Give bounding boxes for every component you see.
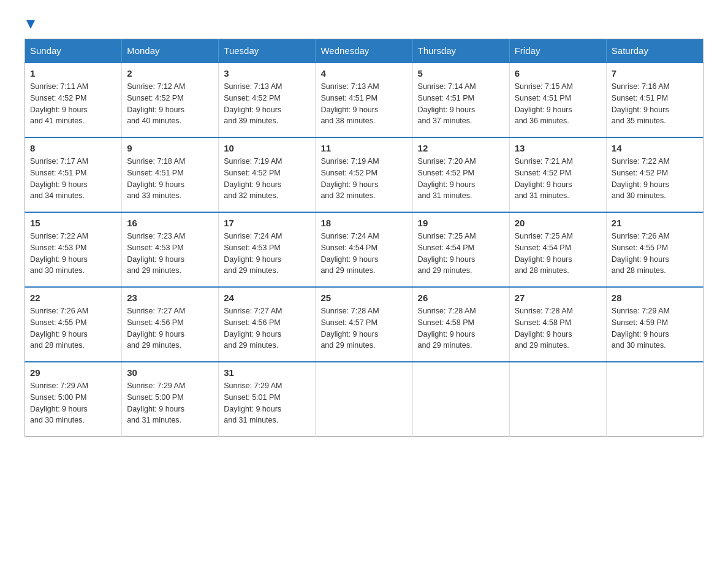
calendar-table: SundayMondayTuesdayWednesdayThursdayFrid… xyxy=(25,39,703,437)
day-number: 7 xyxy=(612,68,698,79)
calendar-header-row: SundayMondayTuesdayWednesdayThursdayFrid… xyxy=(25,39,703,63)
day-number: 18 xyxy=(320,218,407,228)
calendar-day-cell xyxy=(412,362,509,437)
day-number: 28 xyxy=(612,293,698,303)
day-number: 30 xyxy=(127,367,213,378)
day-number: 22 xyxy=(30,293,116,303)
day-info: Sunrise: 7:26 AM Sunset: 4:55 PM Dayligh… xyxy=(30,305,116,351)
day-info: Sunrise: 7:28 AM Sunset: 4:58 PM Dayligh… xyxy=(515,305,601,351)
day-info: Sunrise: 7:27 AM Sunset: 4:56 PM Dayligh… xyxy=(224,305,310,351)
calendar-day-cell: 14 Sunrise: 7:22 AM Sunset: 4:52 PM Dayl… xyxy=(606,137,703,212)
day-info: Sunrise: 7:17 AM Sunset: 4:51 PM Dayligh… xyxy=(30,156,116,202)
calendar-day-cell: 5 Sunrise: 7:14 AM Sunset: 4:51 PM Dayli… xyxy=(412,63,509,137)
day-info: Sunrise: 7:28 AM Sunset: 4:57 PM Dayligh… xyxy=(320,305,407,351)
calendar-day-cell: 4 Sunrise: 7:13 AM Sunset: 4:51 PM Dayli… xyxy=(316,63,412,137)
calendar-day-cell: 17 Sunrise: 7:24 AM Sunset: 4:53 PM Dayl… xyxy=(219,212,316,287)
day-info: Sunrise: 7:15 AM Sunset: 4:51 PM Dayligh… xyxy=(515,81,601,127)
calendar-day-cell: 29 Sunrise: 7:29 AM Sunset: 5:00 PM Dayl… xyxy=(25,362,122,437)
calendar-day-cell: 20 Sunrise: 7:25 AM Sunset: 4:54 PM Dayl… xyxy=(509,212,606,287)
weekday-header-thursday: Thursday xyxy=(412,39,509,63)
logo xyxy=(25,18,35,26)
day-number: 17 xyxy=(224,218,310,228)
day-number: 3 xyxy=(224,68,310,79)
calendar-day-cell: 2 Sunrise: 7:12 AM Sunset: 4:52 PM Dayli… xyxy=(122,63,219,137)
day-info: Sunrise: 7:12 AM Sunset: 4:52 PM Dayligh… xyxy=(127,81,213,127)
calendar-day-cell: 10 Sunrise: 7:19 AM Sunset: 4:52 PM Dayl… xyxy=(219,137,316,212)
day-info: Sunrise: 7:25 AM Sunset: 4:54 PM Dayligh… xyxy=(418,231,504,277)
day-info: Sunrise: 7:14 AM Sunset: 4:51 PM Dayligh… xyxy=(418,81,504,127)
weekday-header-tuesday: Tuesday xyxy=(219,39,316,63)
calendar-day-cell: 31 Sunrise: 7:29 AM Sunset: 5:01 PM Dayl… xyxy=(219,362,316,437)
calendar-day-cell: 7 Sunrise: 7:16 AM Sunset: 4:51 PM Dayli… xyxy=(606,63,703,137)
day-info: Sunrise: 7:25 AM Sunset: 4:54 PM Dayligh… xyxy=(515,231,601,277)
calendar-day-cell: 12 Sunrise: 7:20 AM Sunset: 4:52 PM Dayl… xyxy=(412,137,509,212)
day-info: Sunrise: 7:24 AM Sunset: 4:54 PM Dayligh… xyxy=(320,231,407,277)
calendar-week-row: 22 Sunrise: 7:26 AM Sunset: 4:55 PM Dayl… xyxy=(25,287,703,362)
calendar-day-cell: 19 Sunrise: 7:25 AM Sunset: 4:54 PM Dayl… xyxy=(412,212,509,287)
page-header xyxy=(25,18,703,26)
day-number: 9 xyxy=(127,143,213,153)
calendar-day-cell xyxy=(316,362,412,437)
calendar-day-cell: 15 Sunrise: 7:22 AM Sunset: 4:53 PM Dayl… xyxy=(25,212,122,287)
calendar-day-cell: 11 Sunrise: 7:19 AM Sunset: 4:52 PM Dayl… xyxy=(316,137,412,212)
day-number: 13 xyxy=(515,143,601,153)
weekday-header-monday: Monday xyxy=(122,39,219,63)
day-info: Sunrise: 7:29 AM Sunset: 4:59 PM Dayligh… xyxy=(612,305,698,351)
day-number: 14 xyxy=(612,143,698,153)
calendar-day-cell: 28 Sunrise: 7:29 AM Sunset: 4:59 PM Dayl… xyxy=(606,287,703,362)
calendar-day-cell xyxy=(509,362,606,437)
day-number: 5 xyxy=(418,68,504,79)
day-info: Sunrise: 7:23 AM Sunset: 4:53 PM Dayligh… xyxy=(127,231,213,277)
calendar-day-cell: 3 Sunrise: 7:13 AM Sunset: 4:52 PM Dayli… xyxy=(219,63,316,137)
day-number: 23 xyxy=(127,293,213,303)
day-info: Sunrise: 7:26 AM Sunset: 4:55 PM Dayligh… xyxy=(612,231,698,277)
day-info: Sunrise: 7:21 AM Sunset: 4:52 PM Dayligh… xyxy=(515,156,601,202)
calendar-week-row: 15 Sunrise: 7:22 AM Sunset: 4:53 PM Dayl… xyxy=(25,212,703,287)
weekday-header-friday: Friday xyxy=(509,39,606,63)
calendar-day-cell: 22 Sunrise: 7:26 AM Sunset: 4:55 PM Dayl… xyxy=(25,287,122,362)
calendar-day-cell: 16 Sunrise: 7:23 AM Sunset: 4:53 PM Dayl… xyxy=(122,212,219,287)
day-number: 31 xyxy=(224,367,310,378)
day-info: Sunrise: 7:19 AM Sunset: 4:52 PM Dayligh… xyxy=(320,156,407,202)
day-number: 24 xyxy=(224,293,310,303)
logo-triangle-icon xyxy=(26,20,35,29)
day-info: Sunrise: 7:13 AM Sunset: 4:51 PM Dayligh… xyxy=(320,81,407,127)
calendar-week-row: 8 Sunrise: 7:17 AM Sunset: 4:51 PM Dayli… xyxy=(25,137,703,212)
day-number: 8 xyxy=(30,143,116,153)
calendar-day-cell: 9 Sunrise: 7:18 AM Sunset: 4:51 PM Dayli… xyxy=(122,137,219,212)
day-number: 4 xyxy=(320,68,407,79)
day-number: 20 xyxy=(515,218,601,228)
day-number: 16 xyxy=(127,218,213,228)
day-number: 19 xyxy=(418,218,504,228)
day-number: 11 xyxy=(320,143,407,153)
calendar-day-cell: 8 Sunrise: 7:17 AM Sunset: 4:51 PM Dayli… xyxy=(25,137,122,212)
calendar-day-cell: 26 Sunrise: 7:28 AM Sunset: 4:58 PM Dayl… xyxy=(412,287,509,362)
day-info: Sunrise: 7:11 AM Sunset: 4:52 PM Dayligh… xyxy=(30,81,116,127)
day-number: 27 xyxy=(515,293,601,303)
day-number: 10 xyxy=(224,143,310,153)
day-info: Sunrise: 7:27 AM Sunset: 4:56 PM Dayligh… xyxy=(127,305,213,351)
calendar-day-cell: 23 Sunrise: 7:27 AM Sunset: 4:56 PM Dayl… xyxy=(122,287,219,362)
day-info: Sunrise: 7:24 AM Sunset: 4:53 PM Dayligh… xyxy=(224,231,310,277)
calendar-day-cell: 21 Sunrise: 7:26 AM Sunset: 4:55 PM Dayl… xyxy=(606,212,703,287)
calendar-day-cell: 24 Sunrise: 7:27 AM Sunset: 4:56 PM Dayl… xyxy=(219,287,316,362)
day-number: 15 xyxy=(30,218,116,228)
calendar-day-cell: 25 Sunrise: 7:28 AM Sunset: 4:57 PM Dayl… xyxy=(316,287,412,362)
day-number: 21 xyxy=(612,218,698,228)
day-info: Sunrise: 7:13 AM Sunset: 4:52 PM Dayligh… xyxy=(224,81,310,127)
calendar-week-row: 29 Sunrise: 7:29 AM Sunset: 5:00 PM Dayl… xyxy=(25,362,703,437)
day-number: 2 xyxy=(127,68,213,79)
calendar-day-cell: 13 Sunrise: 7:21 AM Sunset: 4:52 PM Dayl… xyxy=(509,137,606,212)
day-info: Sunrise: 7:22 AM Sunset: 4:53 PM Dayligh… xyxy=(30,231,116,277)
day-number: 1 xyxy=(30,68,116,79)
calendar-day-cell: 27 Sunrise: 7:28 AM Sunset: 4:58 PM Dayl… xyxy=(509,287,606,362)
calendar-day-cell: 18 Sunrise: 7:24 AM Sunset: 4:54 PM Dayl… xyxy=(316,212,412,287)
day-number: 29 xyxy=(30,367,116,378)
weekday-header-saturday: Saturday xyxy=(606,39,703,63)
day-number: 6 xyxy=(515,68,601,79)
calendar-day-cell: 30 Sunrise: 7:29 AM Sunset: 5:00 PM Dayl… xyxy=(122,362,219,437)
day-info: Sunrise: 7:29 AM Sunset: 5:00 PM Dayligh… xyxy=(30,380,116,426)
day-info: Sunrise: 7:19 AM Sunset: 4:52 PM Dayligh… xyxy=(224,156,310,202)
calendar-day-cell: 6 Sunrise: 7:15 AM Sunset: 4:51 PM Dayli… xyxy=(509,63,606,137)
weekday-header-wednesday: Wednesday xyxy=(316,39,412,63)
